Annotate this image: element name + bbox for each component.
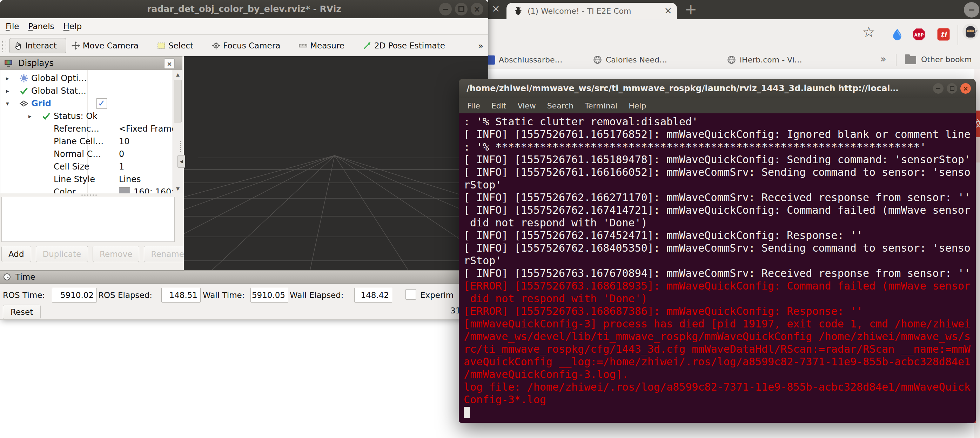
experimental-checkbox[interactable] [406, 289, 416, 300]
terminal-maximize-button[interactable] [947, 83, 957, 94]
other-bookmarks-button[interactable]: Other bookm [921, 55, 972, 64]
terminal-line: rStop' [464, 255, 976, 267]
tree-row[interactable]: Plane Cell…10 [0, 135, 173, 148]
toolbar-drag-handle[interactable] [2, 40, 6, 52]
terminal-menu-edit[interactable]: Edit [492, 102, 506, 110]
tool-2d-pose-estimate[interactable]: 2D Pose Estimate [363, 41, 445, 50]
terminal-menu-terminal[interactable]: Terminal [585, 102, 617, 110]
drop-extension-icon[interactable] [890, 27, 904, 42]
close-icon: × [474, 5, 480, 13]
tree-label: Grid [31, 99, 51, 108]
remove-button[interactable]: Remove [92, 246, 139, 262]
viewport-splitter-dots[interactable] [180, 141, 181, 152]
terminal-close-button[interactable]: × [960, 83, 971, 94]
terminal-line: log file: /home/zhiwei/.ros/log/a8599c82… [464, 381, 976, 393]
rviz-menu-help[interactable]: Help [64, 22, 82, 31]
scroll-down-icon[interactable]: ▼ [173, 186, 183, 191]
rviz-menu-panels[interactable]: Panels [29, 22, 54, 31]
background-tab-close-icon[interactable]: × [492, 3, 500, 14]
minimize-icon [969, 10, 974, 11]
browser-minimize-button[interactable] [964, 2, 979, 18]
terminal-menu-help[interactable]: Help [628, 102, 646, 110]
expander-icon[interactable]: ▸ [5, 88, 19, 94]
gridicon-icon [19, 99, 29, 108]
rviz-maximize-button[interactable] [455, 3, 468, 16]
tree-row[interactable]: Cell Size1 [0, 160, 173, 173]
terminal-cursor [464, 407, 470, 418]
tab-close-icon[interactable]: × [664, 5, 672, 16]
rviz-titlebar[interactable]: radar_det_obj_color_by_elev.rviz* - RViz… [0, 0, 488, 18]
profile-avatar-icon[interactable] [963, 24, 978, 40]
tree-row[interactable]: Color160; 160; 164 [0, 186, 173, 193]
tree-row[interactable]: ▸Status: Ok [0, 110, 173, 123]
tree-value: 0 [119, 149, 124, 159]
displays-actions: AddDuplicateRemoveRename [2, 246, 191, 262]
rviz-minimize-button[interactable] [439, 3, 452, 16]
time-field-input[interactable]: 148.42 [354, 288, 392, 303]
duplicate-button[interactable]: Duplicate [36, 246, 88, 262]
bookmark-label: iHerb.com - Vi… [740, 56, 802, 64]
tree-row[interactable]: ▸Global Opti… [0, 72, 173, 84]
terminal-menu-view[interactable]: View [517, 102, 536, 110]
panel-splitter-handle[interactable] [81, 194, 97, 196]
tool-select[interactable]: Select [157, 41, 193, 50]
add-button[interactable]: Add [2, 246, 31, 262]
displays-scrollbar[interactable]: ▲ ▼ [173, 70, 183, 193]
time-field-input[interactable]: 5910.02 [52, 288, 97, 303]
tree-row[interactable]: Referenc…<Fixed Frame> [0, 123, 173, 135]
bookmark-star-icon[interactable]: ☆ [862, 24, 875, 41]
panel-collapse-button[interactable]: ◀ [178, 155, 185, 168]
adblock-plus-icon[interactable]: ABP [912, 27, 926, 42]
tree-value: Lines [119, 174, 141, 184]
expander-icon[interactable]: ▾ [5, 100, 19, 107]
terminal-line: Config-3*.log [464, 393, 976, 406]
terminal-line: [ INFO] [1557526761.166166052]: mmWaveCo… [464, 166, 976, 178]
3d-viewport[interactable] [184, 56, 488, 270]
tool-interact[interactable]: Interact [9, 38, 66, 53]
bookmark-item[interactable]: Calories Need… [593, 51, 667, 69]
scroll-up-icon[interactable]: ▲ [173, 72, 183, 77]
rviz-close-button[interactable]: × [471, 3, 483, 16]
toolbar-overflow-chevron[interactable]: » [478, 40, 483, 51]
displays-panel-close-button[interactable]: × [164, 58, 175, 69]
posearrow-icon [363, 41, 372, 50]
reset-button[interactable]: Reset [3, 305, 41, 319]
tool-focus-camera[interactable]: Focus Camera [212, 41, 280, 50]
bookmark-item[interactable]: Abschlussarbe… [486, 51, 563, 69]
tool-move-camera[interactable]: Move Camera [71, 41, 138, 50]
bookmark-label: Calories Need… [606, 56, 667, 64]
terminal-menu-search[interactable]: Search [547, 102, 574, 110]
terminal-window: /home/zhiwei/mmwave_ws/src/ti_mmwave_ros… [459, 79, 976, 423]
tree-row[interactable]: ▸Global Stat… [0, 84, 173, 97]
rviz-menu-file[interactable]: File [6, 22, 19, 31]
scrollbar-thumb[interactable] [174, 80, 182, 123]
displays-panel-header[interactable]: Displays × [0, 56, 182, 70]
terminal-line: [ INFO] [1557526762.166271170]: mmWaveCo… [464, 191, 976, 204]
check-icon [19, 86, 29, 96]
browser-active-tab[interactable]: (1) Welcome! - TI E2E Com × [506, 3, 677, 19]
displays-tree: ▸Global Opti…▸Global Stat…▾Grid✓▸Status:… [0, 72, 173, 193]
time-field-input[interactable]: 148.51 [161, 288, 200, 303]
terminal-minimize-button[interactable] [933, 83, 943, 94]
bookmark-item[interactable]: iHerb.com - Vi… [727, 51, 802, 69]
grid-enabled-checkbox[interactable]: ✓ [97, 98, 107, 109]
time-panel-header[interactable]: Time [0, 270, 488, 284]
browser-tab-strip: × (1) Welcome! - TI E2E Com × + [488, 0, 980, 19]
ti-extension-icon[interactable]: ti [937, 27, 951, 42]
tree-row[interactable]: Line StyleLines [0, 173, 173, 186]
terminal-titlebar[interactable]: /home/zhiwei/mmwave_ws/src/ti_mmwave_ros… [459, 79, 976, 98]
tree-row[interactable]: Normal C…0 [0, 148, 173, 160]
tree-row[interactable]: ▾Grid✓ [0, 97, 173, 110]
terminal-output[interactable]: : '% Static clutter removal:disabled'[ I… [459, 113, 976, 423]
expander-icon[interactable]: ▸ [5, 75, 19, 82]
new-tab-button[interactable]: + [685, 1, 697, 18]
terminal-menu-file[interactable]: File [467, 102, 480, 110]
tool-measure[interactable]: Measure [299, 41, 344, 50]
tree-label: Cell Size [54, 162, 89, 172]
expander-icon[interactable]: ▸ [28, 113, 42, 119]
time-field-input[interactable]: 5910.05 [250, 288, 288, 303]
bookmarks-overflow-chevron[interactable]: » [880, 53, 886, 64]
tool-label: 2D Pose Estimate [374, 41, 445, 50]
tree-label: Plane Cell… [54, 137, 103, 147]
terminal-line: : '% ***********************************… [464, 141, 976, 153]
